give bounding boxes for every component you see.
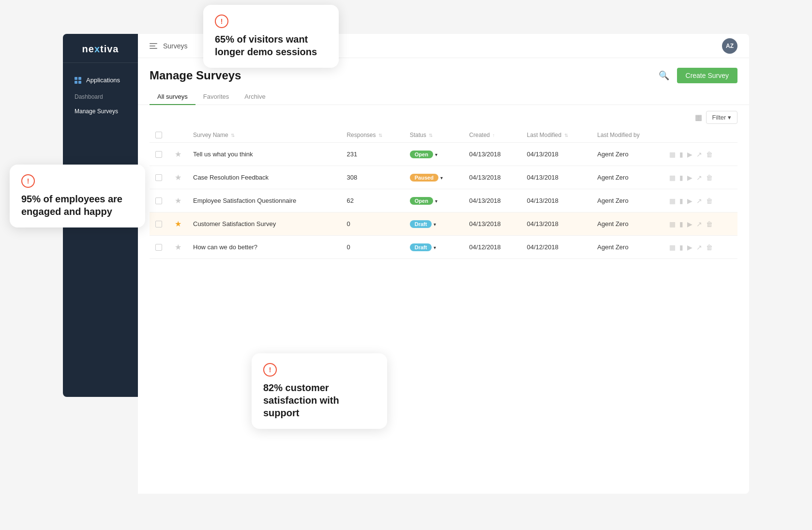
copy-icon[interactable]: ▦ bbox=[669, 174, 676, 182]
copy-icon[interactable]: ▦ bbox=[669, 151, 676, 158]
row-name[interactable]: Customer Satisfaction Survey bbox=[187, 212, 341, 236]
row-star-cell: ★ bbox=[169, 143, 187, 166]
link-icon[interactable]: ▶ bbox=[687, 151, 692, 158]
row-modified-by: Agent Zero bbox=[591, 143, 663, 166]
row-checkbox-cell bbox=[150, 212, 169, 236]
status-badge: Paused bbox=[410, 174, 438, 182]
row-name[interactable]: How can we do better? bbox=[187, 236, 341, 259]
row-modified-by: Agent Zero bbox=[591, 236, 663, 259]
header-actions: 🔍 Create Survey bbox=[657, 68, 737, 83]
row-created: 04/13/2018 bbox=[464, 166, 521, 189]
grid-icon bbox=[75, 77, 81, 84]
star-icon[interactable]: ★ bbox=[175, 197, 181, 205]
sidebar-nav: Applications Dashboard Manage Surveys bbox=[63, 63, 138, 126]
row-name[interactable]: Employee Satisfaction Questionnaire bbox=[187, 189, 341, 212]
tab-all-surveys[interactable]: All surveys bbox=[150, 89, 195, 105]
chart-icon[interactable]: ▮ bbox=[679, 197, 683, 205]
logo-text: nextiva bbox=[82, 44, 119, 55]
row-name[interactable]: Case Resolution Feedback bbox=[187, 166, 341, 189]
status-badge: Open bbox=[410, 197, 433, 205]
star-icon[interactable]: ★ bbox=[175, 150, 181, 158]
sidebar-link-manage-surveys[interactable]: Manage Surveys bbox=[67, 104, 134, 119]
survey-table: Survey Name ⇅ Responses ⇅ Status ⇅ Creat… bbox=[150, 128, 737, 259]
col-created[interactable]: Created ↑ bbox=[464, 128, 521, 143]
row-last-modified: 04/13/2018 bbox=[521, 189, 592, 212]
sidebar-item-applications[interactable]: Applications bbox=[67, 72, 134, 89]
avatar[interactable]: AZ bbox=[722, 38, 737, 54]
row-checkbox[interactable] bbox=[155, 174, 162, 181]
link-icon[interactable]: ▶ bbox=[687, 197, 692, 205]
row-checkbox[interactable] bbox=[155, 221, 162, 227]
chart-icon[interactable]: ▮ bbox=[679, 174, 683, 182]
export-icon[interactable]: ↗ bbox=[696, 174, 702, 182]
row-actions-cell: ▦ ▮ ▶ ↗ 🗑 bbox=[663, 166, 737, 189]
row-responses: 231 bbox=[341, 143, 404, 166]
row-status: Open ▾ bbox=[404, 189, 464, 212]
main-content: Surveys AZ Manage Surveys 🔍 Create Surve… bbox=[138, 34, 749, 494]
status-badge: Open bbox=[410, 151, 433, 158]
row-actions-cell: ▦ ▮ ▶ ↗ 🗑 bbox=[663, 189, 737, 212]
delete-icon[interactable]: 🗑 bbox=[706, 174, 713, 182]
delete-icon[interactable]: 🗑 bbox=[706, 151, 713, 158]
tab-favorites[interactable]: Favorites bbox=[195, 89, 237, 105]
row-status: Paused ▾ bbox=[404, 166, 464, 189]
status-dropdown-arrow[interactable]: ▾ bbox=[435, 198, 437, 204]
row-actions: ▦ ▮ ▶ ↗ 🗑 bbox=[669, 220, 732, 228]
export-icon[interactable]: ↗ bbox=[696, 220, 702, 228]
row-checkbox[interactable] bbox=[155, 151, 162, 158]
filter-button[interactable]: Filter ▾ bbox=[706, 111, 738, 124]
table-row: ★ Customer Satisfaction Survey 0 Draft ▾… bbox=[150, 212, 737, 236]
row-checkbox[interactable] bbox=[155, 244, 162, 251]
col-modified[interactable]: Last Modified ⇅ bbox=[521, 128, 592, 143]
status-dropdown-arrow[interactable]: ▾ bbox=[440, 175, 443, 181]
status-badge: Draft bbox=[410, 243, 432, 251]
col-responses[interactable]: Responses ⇅ bbox=[341, 128, 404, 143]
callout-left-icon: ! bbox=[21, 174, 35, 188]
star-icon[interactable]: ★ bbox=[175, 220, 181, 228]
delete-icon[interactable]: 🗑 bbox=[706, 220, 713, 228]
row-status: Draft ▾ bbox=[404, 236, 464, 259]
star-icon[interactable]: ★ bbox=[175, 173, 181, 182]
select-all-checkbox[interactable] bbox=[155, 132, 162, 138]
row-checkbox-cell bbox=[150, 166, 169, 189]
row-name[interactable]: Tell us what you think bbox=[187, 143, 341, 166]
export-icon[interactable]: ↗ bbox=[696, 243, 702, 251]
delete-icon[interactable]: 🗑 bbox=[706, 197, 713, 205]
chart-icon[interactable]: ▮ bbox=[679, 151, 683, 158]
copy-icon[interactable]: ▦ bbox=[669, 220, 676, 228]
star-icon[interactable]: ★ bbox=[175, 243, 181, 251]
row-modified-by: Agent Zero bbox=[591, 166, 663, 189]
page-title: Manage Surveys bbox=[150, 69, 241, 82]
link-icon[interactable]: ▶ bbox=[687, 220, 692, 228]
create-survey-button[interactable]: Create Survey bbox=[677, 68, 737, 83]
col-status[interactable]: Status ⇅ bbox=[404, 128, 464, 143]
export-icon[interactable]: ↗ bbox=[696, 151, 702, 158]
col-modified-by: Last Modified by bbox=[591, 128, 663, 143]
copy-icon[interactable]: ▦ bbox=[669, 197, 676, 205]
filter-icon: ▦ bbox=[695, 113, 702, 122]
status-dropdown-arrow[interactable]: ▾ bbox=[435, 152, 437, 157]
col-name[interactable]: Survey Name ⇅ bbox=[187, 128, 341, 143]
link-icon[interactable]: ▶ bbox=[687, 174, 692, 182]
row-checkbox-cell bbox=[150, 236, 169, 259]
row-checkbox[interactable] bbox=[155, 197, 162, 204]
row-created: 04/13/2018 bbox=[464, 212, 521, 236]
chart-icon[interactable]: ▮ bbox=[679, 220, 683, 228]
link-icon[interactable]: ▶ bbox=[687, 243, 692, 251]
tabs: All surveys Favorites Archive bbox=[138, 89, 749, 105]
search-button[interactable]: 🔍 bbox=[657, 68, 671, 83]
sidebar-link-dashboard[interactable]: Dashboard bbox=[67, 90, 134, 104]
col-actions bbox=[663, 128, 737, 143]
status-dropdown-arrow[interactable]: ▾ bbox=[434, 245, 436, 250]
delete-icon[interactable]: 🗑 bbox=[706, 243, 713, 251]
chart-icon[interactable]: ▮ bbox=[679, 243, 683, 251]
callout-bottom-icon: ! bbox=[263, 363, 277, 377]
callout-top: ! 65% of visitors want longer demo sessi… bbox=[203, 5, 339, 68]
copy-icon[interactable]: ▦ bbox=[669, 243, 676, 251]
table-row: ★ How can we do better? 0 Draft ▾ 04/12/… bbox=[150, 236, 737, 259]
callout-left-text: 95% of employees are engaged and happy bbox=[21, 193, 134, 218]
tab-archive[interactable]: Archive bbox=[237, 89, 273, 105]
export-icon[interactable]: ↗ bbox=[696, 197, 702, 205]
status-dropdown-arrow[interactable]: ▾ bbox=[434, 222, 436, 227]
top-bar-section-label: Surveys bbox=[163, 42, 188, 50]
